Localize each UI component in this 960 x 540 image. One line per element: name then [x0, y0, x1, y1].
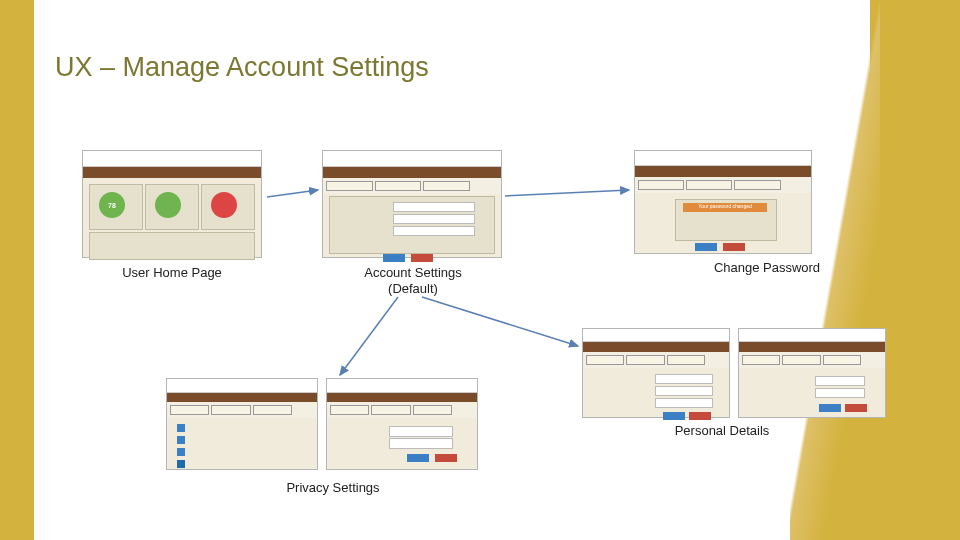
svg-line-1: [505, 190, 629, 196]
thumb-account-settings: [322, 150, 502, 258]
thumb-change-password: Your password changed: [634, 150, 812, 254]
decor-gold-right: [870, 0, 960, 540]
decor-gold-left: [0, 0, 34, 540]
label-privacy-settings: Privacy Settings: [278, 480, 388, 496]
label-account-settings: Account Settings (Default): [358, 265, 468, 298]
label-account-settings-line2: (Default): [388, 281, 438, 296]
label-change-password: Change Password: [702, 260, 832, 276]
thumb-privacy-2: [326, 378, 478, 470]
svg-line-0: [267, 190, 318, 197]
label-account-settings-line1: Account Settings: [364, 265, 462, 280]
slide-title: UX – Manage Account Settings: [55, 52, 429, 83]
thumb-personal-1: [582, 328, 730, 418]
thumb-personal-2: [738, 328, 886, 418]
slide: UX – Manage Account Settings 78: [0, 0, 960, 540]
label-user-home: User Home Page: [117, 265, 227, 281]
banner-label: Your password changed: [683, 203, 767, 212]
svg-line-3: [422, 297, 578, 346]
thumb-user-home: 78: [82, 150, 262, 258]
thumb-privacy-1: [166, 378, 318, 470]
svg-line-2: [340, 297, 398, 375]
label-personal-details: Personal Details: [662, 423, 782, 439]
